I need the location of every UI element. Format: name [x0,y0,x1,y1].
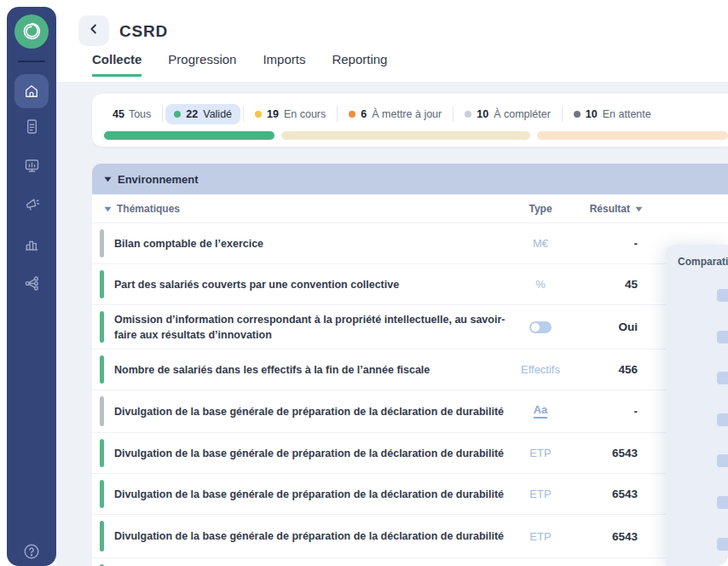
status-filter-validé[interactable]: 22Validé [165,104,240,124]
row-label: Divulgation de la base générale de prépa… [114,445,515,460]
column-label-type: Type [529,203,552,215]
row-label: Omission d’information correspondant à l… [114,311,515,342]
table-header: Thématiques Type Résultat [92,194,728,223]
sidebar-divider [18,61,45,62]
sidebar-item-campaigns[interactable] [12,187,51,226]
monitor-chart-icon [23,157,41,178]
progress-segment-2 [281,131,530,140]
table-row[interactable]: Part des salariés couverts par une conve… [92,264,728,305]
row-status-bar [100,229,104,257]
status-label: À mettre à jour [372,108,442,120]
hierarchy-icon [23,274,41,296]
summary-card: 45 Tous 22Validé19En cours6À mettre à jo… [92,94,728,147]
help-button[interactable] [7,542,56,561]
progress-bar [104,131,728,140]
column-header-resultat[interactable]: Résultat [590,194,643,223]
status-filter-all[interactable]: 45 Tous [104,108,159,120]
tab-reporting[interactable]: Reporting [332,52,387,77]
row-status-bar [100,521,104,552]
status-dot-icon [349,111,355,118]
comparatif-panel[interactable]: Comparatif [666,245,728,566]
row-label: Part des salariés couverts par une conve… [114,276,515,292]
table-row[interactable]: Divulgation de la base générale de prépa… [92,515,728,558]
row-type: Aa [515,390,566,432]
row-result: 6543 [561,515,638,557]
row-status-bar [100,270,104,298]
row-type: % [515,264,566,304]
comparatif-placeholder [717,413,728,426]
table-row[interactable]: Nombre de salariés dans les effectifs à … [92,349,728,390]
row-label: Divulgation de la base générale de prépa… [114,486,515,501]
status-dot-icon [574,111,581,118]
table-row[interactable]: Divulgation de la base générale de prépa… [92,433,728,474]
progress-segment-3 [537,131,728,140]
app-window: CSRD CollecteProgressionImportsReporting… [0,0,728,566]
row-result: 456 [561,349,638,390]
megaphone-icon [23,196,41,217]
tab-imports[interactable]: Imports [263,52,305,77]
row-label: Nombre de salariés dans les effectifs à … [114,361,515,377]
type-value: % [535,278,546,291]
table-row[interactable]: Divulgation de la base générale de prépa… [92,474,728,515]
comparatif-placeholder [717,331,728,344]
sidebar-item-organisation[interactable] [12,265,51,304]
status-count: 22 [186,108,198,120]
row-result [561,558,638,566]
status-filter-à-mettre-à-jour[interactable]: 6À mettre à jour [340,104,450,124]
status-dot-icon [465,111,471,118]
sidebar-item-documents[interactable] [12,108,51,147]
tab-collecte[interactable]: Collecte [92,52,142,77]
row-label: Divulgation de la base générale de prépa… [114,403,515,419]
column-header-thematiques[interactable]: Thématiques [104,194,180,223]
table-row[interactable]: Divulgation de la base générale de prépa… [92,390,728,433]
row-status-bar [100,439,104,467]
comparatif-placeholder [717,289,728,302]
row-result: 6543 [561,433,638,473]
row-result: 6543 [561,474,638,514]
section-header-environnement[interactable]: Environnement [92,164,728,194]
row-status-bar [100,480,104,508]
type-value: M€ [533,237,548,250]
comparatif-placeholder [717,372,728,384]
status-separator [453,107,454,122]
toggle-icon[interactable] [529,321,552,333]
row-status-bar [100,355,104,384]
sidebar-item-home[interactable] [14,74,49,108]
toggle-knob [531,323,540,332]
row-label: Bilan comptable de l’exercice [114,235,515,251]
back-chevron-icon [86,21,101,40]
row-type: M€ [515,223,566,263]
row-status-bar [100,311,104,343]
table-row[interactable]: Bilan comptable de l’exerciceM€- [92,223,728,264]
tab-bar: CollecteProgressionImportsReporting [92,52,387,77]
status-label: Validé [203,108,232,120]
table-row[interactable] [92,558,728,566]
progress-segment-1 [104,131,274,140]
total-label: Tous [129,108,151,120]
status-filter-row: 45 Tous 22Validé19En cours6À mettre à jo… [104,103,660,125]
tab-progression[interactable]: Progression [168,52,236,77]
column-header-type: Type [515,194,566,223]
column-label-resultat: Résultat [590,203,630,215]
table-body: Bilan comptable de l’exerciceM€-Part des… [92,223,728,566]
status-count: 19 [267,108,279,120]
status-filter-en-attente[interactable]: 10En attente [565,104,660,124]
sidebar-item-analytics[interactable] [12,226,51,265]
sidebar-nav [12,108,51,304]
row-status-bar [100,396,104,426]
status-filter-à-compléter[interactable]: 10À compléter [456,104,559,124]
sidebar-item-dashboard[interactable] [12,147,51,187]
back-button[interactable] [78,15,109,46]
status-separator [337,107,338,122]
status-label: En cours [284,108,326,120]
data-table: Thématiques Type Résultat Bilan comptabl… [92,194,728,566]
row-type: ETP [515,474,566,514]
table-row[interactable]: Omission d’information correspondant à l… [92,305,728,349]
column-label-thematiques: Thématiques [117,203,180,215]
status-count: 10 [477,108,488,120]
app-logo [14,14,49,49]
status-label: En attente [603,108,651,120]
type-value: Effectifs [521,363,560,376]
status-filter-en-cours[interactable]: 19En cours [246,104,334,124]
comparatif-placeholder [717,454,728,467]
